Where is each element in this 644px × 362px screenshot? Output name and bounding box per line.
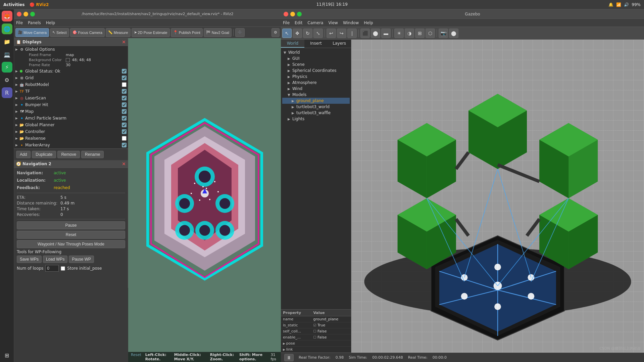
gz-screenshot-tool[interactable]: 📷 [439, 29, 448, 38]
rviz-min-button[interactable] [23, 12, 28, 16]
gz-box-tool[interactable]: ⬛ [360, 29, 370, 38]
tree-item-tb3-world[interactable]: ▶ turtlebot3_world [282, 104, 350, 110]
gz-menu-view[interactable]: View [328, 20, 338, 25]
dock-files[interactable]: 📁 [2, 36, 12, 47]
gz-sphere-tool[interactable]: ⬤ [371, 29, 380, 38]
display-row-planner[interactable]: ▶ 📂 Global Planner [14, 122, 128, 128]
waypoint-mode-button[interactable]: Waypoint / Nav Through Poses Mode [17, 240, 125, 248]
dock-apps[interactable]: ⊞ [2, 350, 12, 361]
grid-checkbox[interactable] [122, 76, 127, 80]
dock-firefox[interactable]: 🦊 [2, 11, 12, 21]
2d-pose-button[interactable]: ➤ 2D Pose Estimate [132, 28, 170, 37]
prop-row-pose[interactable]: ▶ pose [281, 341, 351, 347]
tree-item-spherical[interactable]: ▶ Spherical Coordinates [282, 67, 350, 74]
publish-point-button[interactable]: 📍 Publish Point [171, 28, 203, 37]
settings-button[interactable]: ⚙ [271, 28, 280, 37]
robotmodel-checkbox[interactable] [122, 82, 127, 87]
reset-status[interactable]: Reset [131, 353, 141, 361]
tree-item-gui[interactable]: ▶ GUI [282, 55, 350, 61]
duplicate-display-button[interactable]: Duplicate [32, 151, 56, 158]
display-row-realsense[interactable]: ▶ 📂 Realsense [14, 135, 128, 141]
pause-wp-button[interactable]: Pause WP [69, 256, 94, 263]
add-tool-button[interactable]: ➕ [235, 28, 245, 37]
global-status-checkbox[interactable] [122, 69, 127, 74]
gz-cylinder-tool[interactable]: ▬ [381, 29, 391, 38]
move-camera-button[interactable]: 🎥 Move Camera [15, 28, 49, 37]
display-row-grid[interactable]: ▶ ⊞ Grid [14, 75, 128, 81]
tf-checkbox[interactable] [122, 89, 127, 94]
tree-item-world[interactable]: ▼ World [282, 49, 350, 55]
reset-button[interactable]: Reset [17, 231, 125, 239]
gazebo-close-button[interactable] [284, 12, 288, 16]
laserscan-checkbox[interactable] [122, 96, 127, 100]
tree-item-tb3-waffle[interactable]: ▶ turtlebot3_waffle [282, 110, 350, 116]
save-wps-button[interactable]: Save WPs [17, 256, 42, 263]
remove-display-button[interactable]: Remove [57, 151, 80, 158]
planner-checkbox[interactable] [122, 123, 127, 127]
tree-item-ground-plane[interactable]: ▶ ground_plane [282, 98, 350, 104]
dock-vscode[interactable]: ⚡ [2, 62, 12, 73]
dock-terminal[interactable]: 💻 [2, 49, 12, 60]
focus-camera-button[interactable]: 🎯 Focus Camera [70, 28, 105, 37]
tab-layers[interactable]: Layers [328, 40, 351, 48]
gz-sun-tool[interactable]: ☀ [394, 29, 404, 38]
gazebo-3d-viewport[interactable]: CSDN @腰部以上的叔迩 [351, 40, 644, 353]
navigation-close-button[interactable]: ✕ [122, 161, 126, 167]
tab-world[interactable]: World [281, 40, 304, 48]
prop-row-link[interactable]: ▶ link [281, 347, 351, 353]
tree-item-scene[interactable]: ▶ Scene [282, 61, 350, 67]
display-row-map[interactable]: ▶ 🗺 Map [14, 108, 128, 115]
pause-button[interactable]: Pause [17, 221, 125, 229]
display-row-global-status[interactable]: ▶ Global Status: Ok [14, 68, 128, 74]
display-row-controller[interactable]: ▶ 📂 Controller [14, 129, 128, 135]
tree-item-wind[interactable]: ▶ Wind [282, 86, 350, 92]
gz-shadow-tool[interactable]: ◑ [405, 29, 414, 38]
nav2-goal-button[interactable]: 🏁 Nav2 Goal [204, 28, 232, 37]
measure-button[interactable]: 📏 Measure [106, 28, 131, 37]
gz-wireframe-tool[interactable]: ⬡ [426, 29, 435, 38]
display-row-amcl[interactable]: ▶ ✦ Amcl Particle Swarm [14, 115, 128, 121]
store-checkbox[interactable] [61, 266, 65, 271]
gz-select-tool[interactable]: ↖ [282, 29, 292, 38]
num-loops-input[interactable] [45, 265, 59, 272]
gz-translate-tool[interactable]: ✥ [293, 29, 302, 38]
gz-rotate-tool[interactable]: ↻ [303, 29, 312, 38]
tree-item-lights[interactable]: ▶ Lights [282, 116, 350, 122]
dock-chrome[interactable]: 🌐 [2, 24, 12, 34]
display-row-tf[interactable]: ▶ TF TF [14, 88, 128, 94]
display-row-laserscan[interactable]: ▶ ◎ LaserScan [14, 95, 128, 101]
controller-checkbox[interactable] [122, 129, 127, 134]
gz-menu-help[interactable]: Help [364, 20, 373, 25]
dock-rviz[interactable]: R [2, 87, 12, 98]
display-row-global-options[interactable]: ▶ ⚙ Global Options [14, 46, 128, 52]
display-row-markerarray[interactable]: ▶ 🔸 MarkerArray [14, 142, 128, 148]
gz-menu-file[interactable]: File [283, 20, 290, 25]
load-wps-button[interactable]: Load WPs [43, 256, 67, 263]
gz-menu-edit[interactable]: Edit [295, 20, 302, 25]
add-display-button[interactable]: Add [16, 151, 31, 158]
amcl-checkbox[interactable] [122, 116, 127, 121]
rviz-viewport[interactable]: Reset Left-Click: Rotate. Middle-Click: … [128, 38, 281, 362]
dock-settings[interactable]: ⚙️ [2, 75, 12, 85]
rviz-menu-file[interactable]: File [16, 20, 23, 25]
display-row-bumper[interactable]: ▶ ✦ Bumper Hit [14, 102, 128, 108]
rviz-menu-panels[interactable]: Panels [28, 20, 41, 25]
gz-scale-tool[interactable]: ⤡ [313, 29, 323, 38]
rviz-menu-help[interactable]: Help [46, 20, 55, 25]
gazebo-max-button[interactable] [297, 12, 302, 16]
tree-item-physics[interactable]: ▶ Physics [282, 74, 350, 80]
gz-record-tool[interactable]: ⬤ [449, 29, 458, 38]
markerarray-checkbox[interactable] [122, 143, 127, 147]
gz-redo-button[interactable]: ↪ [337, 29, 346, 38]
display-row-robotmodel[interactable]: ▶ 🤖 RobotModel [14, 82, 128, 88]
gazebo-min-button[interactable] [290, 12, 295, 16]
gz-grid-tool[interactable]: ⊞ [415, 29, 425, 38]
rviz-max-button[interactable] [30, 12, 35, 16]
tab-insert[interactable]: Insert [304, 40, 328, 48]
select-button[interactable]: ↖ Select [50, 28, 69, 37]
map-checkbox[interactable] [122, 109, 127, 114]
gz-pause-button[interactable]: ⏸ [284, 354, 294, 361]
tree-item-atmosphere[interactable]: ▶ Atmosphere [282, 80, 350, 86]
displays-close-button[interactable]: ✕ [122, 39, 126, 45]
rviz-close-button[interactable] [17, 12, 21, 16]
